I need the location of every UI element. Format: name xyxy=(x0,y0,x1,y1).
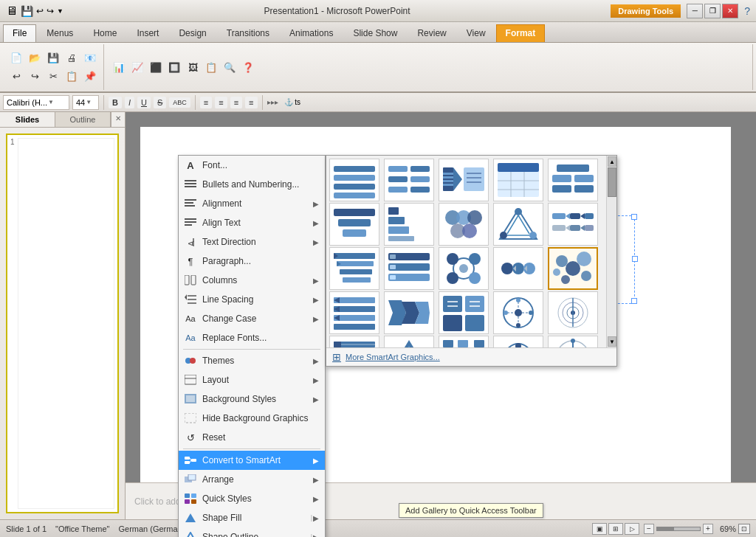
tab-view[interactable]: View xyxy=(457,24,495,42)
tab-animations[interactable]: Animations xyxy=(280,24,343,42)
tab-insert[interactable]: Insert xyxy=(127,24,168,42)
toolbar-save[interactable]: 💾 xyxy=(44,49,62,67)
tab-file[interactable]: File xyxy=(3,24,36,42)
view-normal-button[interactable]: ▣ xyxy=(592,523,607,535)
font-family-dropdown[interactable]: Calibri (H... ▼ xyxy=(3,95,69,110)
view-slidesorter-button[interactable]: ⊞ xyxy=(608,523,623,535)
bold-button[interactable]: B xyxy=(109,97,122,108)
align-right-button[interactable]: ≡ xyxy=(230,97,242,108)
toolbar-email[interactable]: 📧 xyxy=(81,49,99,67)
toolbar-print[interactable]: 🖨 xyxy=(63,49,80,67)
tb-zoom[interactable]: 🔍 xyxy=(221,58,238,76)
strikethrough-button[interactable]: S xyxy=(154,97,166,108)
menu-item-convert-smartart[interactable]: Convert to SmartArt ▶ xyxy=(179,451,325,470)
selection-handle-bottom-right[interactable] xyxy=(631,298,637,304)
smartart-item-17[interactable] xyxy=(384,291,434,334)
tab-transitions[interactable]: Transitions xyxy=(217,24,279,42)
view-slideshow-button[interactable]: ▷ xyxy=(625,523,639,535)
zoom-slider[interactable] xyxy=(656,527,701,531)
tab-design[interactable]: Design xyxy=(169,24,216,42)
underline-button[interactable]: U xyxy=(137,97,151,108)
smartart-item-22[interactable] xyxy=(384,336,434,347)
menu-item-themes[interactable]: Themes ▶ xyxy=(179,351,325,370)
menu-item-shape-fill[interactable]: Shape Fill | ▶ xyxy=(179,508,325,527)
toolbar-copy[interactable]: 📋 xyxy=(63,68,80,86)
smartart-item-4[interactable] xyxy=(493,159,543,201)
smartart-item-25[interactable] xyxy=(548,336,598,347)
menu-item-layout[interactable]: Layout ▶ xyxy=(179,370,325,389)
smartart-item-3[interactable] xyxy=(439,159,489,201)
tb-table[interactable]: 📋 xyxy=(202,58,220,76)
tab-home[interactable]: Home xyxy=(83,24,126,42)
tab-menus[interactable]: Menus xyxy=(37,24,83,42)
font-size-dropdown[interactable]: 44 ▼ xyxy=(72,95,99,110)
minimize-button[interactable]: ─ xyxy=(687,4,703,18)
toolbar-paste[interactable]: 📌 xyxy=(81,68,99,86)
smartart-item-9[interactable] xyxy=(493,203,543,246)
toolbar-cut[interactable]: ✂ xyxy=(44,68,62,86)
justify-button[interactable]: ≡ xyxy=(245,97,257,108)
quick-access-undo[interactable]: ↩ xyxy=(36,6,44,16)
smallcaps-button[interactable]: ABC xyxy=(169,97,190,108)
restore-button[interactable]: ❐ xyxy=(704,4,721,18)
smartart-item-13[interactable] xyxy=(439,247,489,290)
menu-item-align-text[interactable]: Align Text ▶ xyxy=(179,213,325,232)
smartart-scrollbar[interactable]: ▲ ▼ xyxy=(606,156,616,347)
menu-item-shape-outline[interactable]: Shape Outline | ▶ xyxy=(179,527,325,537)
menu-item-alignment[interactable]: Alignment ▶ xyxy=(179,194,325,213)
menu-item-paragraph[interactable]: ¶ Paragraph... xyxy=(179,252,325,271)
menu-item-hide-bg[interactable]: Hide Background Graphics xyxy=(179,409,325,428)
smartart-item-18[interactable] xyxy=(439,291,489,334)
menu-item-quick-styles[interactable]: Quick Styles ▶ xyxy=(179,489,325,508)
align-center-button[interactable]: ≡ xyxy=(215,97,227,108)
zoom-in-button[interactable]: + xyxy=(703,524,713,534)
smartart-item-19[interactable] xyxy=(493,291,543,334)
quick-access-dropdown[interactable]: ▼ xyxy=(57,7,63,15)
more-smartart-link[interactable]: More SmartArt Graphics... xyxy=(346,353,440,361)
tab-review[interactable]: Review xyxy=(408,24,456,42)
close-button[interactable]: ✕ xyxy=(722,4,738,18)
menu-item-font[interactable]: A Font... xyxy=(179,156,325,175)
toolbar-new[interactable]: 📄 xyxy=(7,49,25,67)
menu-item-text-direction[interactable]: A Text Direction ▶ xyxy=(179,232,325,252)
scrollbar-thumb[interactable] xyxy=(608,167,616,197)
smartart-item-6[interactable] xyxy=(329,203,379,246)
tb-shape2[interactable]: 🔲 xyxy=(165,58,183,76)
menu-item-bg-styles[interactable]: Background Styles ▶ xyxy=(179,389,325,409)
smartart-item-10[interactable] xyxy=(548,203,598,246)
menu-item-columns[interactable]: Columns ▶ xyxy=(179,271,325,290)
menu-item-line-spacing[interactable]: Line Spacing ▶ xyxy=(179,290,325,309)
tb-chart2[interactable]: 📈 xyxy=(128,58,146,76)
tb-help[interactable]: ❓ xyxy=(239,58,257,76)
italic-button[interactable]: I xyxy=(125,97,134,108)
quick-access-redo[interactable]: ↪ xyxy=(47,6,54,16)
tb-shape1[interactable]: ⬛ xyxy=(147,58,165,76)
fit-button[interactable]: ⊡ xyxy=(738,524,750,534)
menu-item-replace-fonts[interactable]: Aa Replace Fonts... xyxy=(179,328,325,347)
tb-chart1[interactable]: 📊 xyxy=(110,58,128,76)
toolbar-undo[interactable]: ↩ xyxy=(7,68,25,86)
help-icon[interactable]: ? xyxy=(744,5,750,17)
tab-format[interactable]: Format xyxy=(496,24,546,42)
menu-item-bullets[interactable]: Bullets and Numbering... xyxy=(179,175,325,194)
menu-item-change-case[interactable]: Aa Change Case ▶ xyxy=(179,309,325,328)
tb-img[interactable]: 🖼 xyxy=(184,58,202,76)
slide-thumbnail-1[interactable]: 1 xyxy=(6,134,119,513)
quick-access-save[interactable]: 💾 xyxy=(21,5,33,17)
smartart-item-23[interactable] xyxy=(439,336,489,347)
menu-item-arrange[interactable]: Arrange ▶ xyxy=(179,470,325,489)
smartart-item-24[interactable] xyxy=(493,336,543,347)
smartart-item-5[interactable] xyxy=(548,159,598,201)
smartart-item-1[interactable] xyxy=(329,159,379,201)
sidebar-tab-slides[interactable]: Slides xyxy=(0,112,55,127)
sidebar-tab-outline[interactable]: Outline xyxy=(55,112,111,127)
smartart-item-14[interactable] xyxy=(493,247,543,290)
selection-handle-right[interactable] xyxy=(632,256,638,262)
zoom-out-button[interactable]: − xyxy=(644,524,654,534)
scrollbar-down[interactable]: ▼ xyxy=(608,336,616,347)
smartart-item-2[interactable] xyxy=(384,159,434,201)
scrollbar-up[interactable]: ▲ xyxy=(608,156,616,167)
smartart-item-20[interactable] xyxy=(548,291,598,334)
sidebar-close-button[interactable]: ✕ xyxy=(111,112,125,127)
smartart-item-15[interactable] xyxy=(548,247,598,290)
